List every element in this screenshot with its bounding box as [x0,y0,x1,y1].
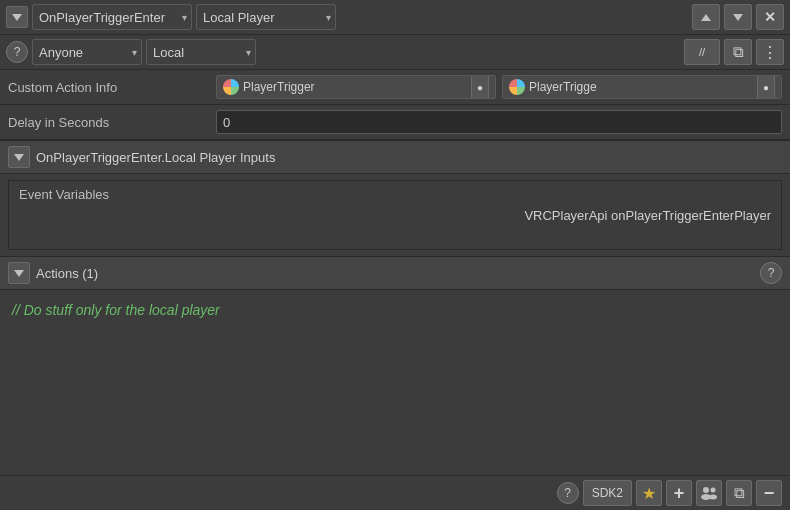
target-dropdown-wrapper: Local Player All Players Master ▾ [196,4,336,30]
inputs-collapse-btn[interactable] [8,146,30,168]
collapse-icon [12,14,22,21]
component-ref-2-dot-btn[interactable]: ● [757,75,775,99]
bottom-help-button[interactable]: ? [557,482,579,504]
event-variables-value: VRCPlayerApi onPlayerTriggerEnterPlayer [19,208,771,223]
actions-help-button[interactable]: ? [760,262,782,284]
move-up-button[interactable] [692,4,720,30]
sdk2-button[interactable]: SDK2 [583,480,632,506]
component-ref-1-text: PlayerTrigger [243,80,315,94]
component-icon-2 [509,79,525,95]
actions-header: Actions (1) ? [0,256,790,290]
event-variables-box: Event Variables VRCPlayerApi onPlayerTri… [8,180,782,250]
actions-content: // Do stuff only for the local player [0,290,790,475]
network-dropdown-wrapper: Local Network ▾ [146,39,256,65]
actions-collapse-icon [14,270,24,277]
help-button[interactable]: ? [6,41,28,63]
move-down-button[interactable] [724,4,752,30]
filter-dropdown-wrapper: Anyone Owner Local Player ▾ [32,39,142,65]
component-ref-1-dot-btn[interactable]: ● [471,75,489,99]
delay-row: Delay in Seconds [0,105,790,140]
minus-button[interactable]: − [756,480,782,506]
actions-title: Actions (1) [36,266,98,281]
row-1: OnPlayerTriggerEnter OnPlayerTriggerExit… [0,0,790,35]
copy2-button[interactable]: ⧉ [726,480,752,506]
comment-button[interactable]: // [684,39,720,65]
add-button[interactable]: + [666,480,692,506]
sdk2-label: SDK2 [592,486,623,500]
component-ref-1[interactable]: PlayerTrigger ● [216,75,496,99]
network-dropdown[interactable]: Local Network [146,39,256,65]
more-options-button[interactable]: ⋮ [756,39,784,65]
svg-point-0 [703,487,709,493]
custom-action-info-row: Custom Action Info PlayerTrigger ● Playe… [0,70,790,105]
inputs-section-header: OnPlayerTriggerEnter.Local Player Inputs [0,140,790,174]
people-button[interactable] [696,480,722,506]
actions-section: Actions (1) ? // Do stuff only for the l… [0,256,790,475]
svg-point-1 [711,488,716,493]
down-arrow-icon [733,14,743,21]
main-container: OnPlayerTriggerEnter OnPlayerTriggerExit… [0,0,790,510]
inputs-collapse-icon [14,154,24,161]
target-dropdown[interactable]: Local Player All Players Master [196,4,336,30]
row-2: ? Anyone Owner Local Player ▾ Local Netw… [0,35,790,70]
collapse-btn[interactable] [6,6,28,28]
trigger-dropdown-wrapper: OnPlayerTriggerEnter OnPlayerTriggerExit… [32,4,192,30]
svg-point-3 [709,495,717,500]
delay-input[interactable] [216,110,782,134]
component-ref-2[interactable]: PlayerTrigge ● [502,75,782,99]
component-ref-2-text: PlayerTrigge [529,80,597,94]
filter-dropdown[interactable]: Anyone Owner Local Player [32,39,142,65]
copy-button[interactable]: ⧉ [724,39,752,65]
up-arrow-icon [701,14,711,21]
actions-collapse-btn[interactable] [8,262,30,284]
bottom-bar: ? SDK2 ★ + ⧉ − [0,475,790,510]
close-button[interactable]: ✕ [756,4,784,30]
star-button[interactable]: ★ [636,480,662,506]
action-comment: // Do stuff only for the local player [8,296,782,324]
event-variables-title: Event Variables [19,187,771,202]
trigger-dropdown[interactable]: OnPlayerTriggerEnter OnPlayerTriggerExit… [32,4,192,30]
delay-label: Delay in Seconds [8,115,208,130]
component-icon-1 [223,79,239,95]
custom-action-info-right: PlayerTrigger ● PlayerTrigge ● [216,75,782,99]
inputs-section-title: OnPlayerTriggerEnter.Local Player Inputs [36,150,275,165]
custom-action-info-label: Custom Action Info [8,80,208,95]
